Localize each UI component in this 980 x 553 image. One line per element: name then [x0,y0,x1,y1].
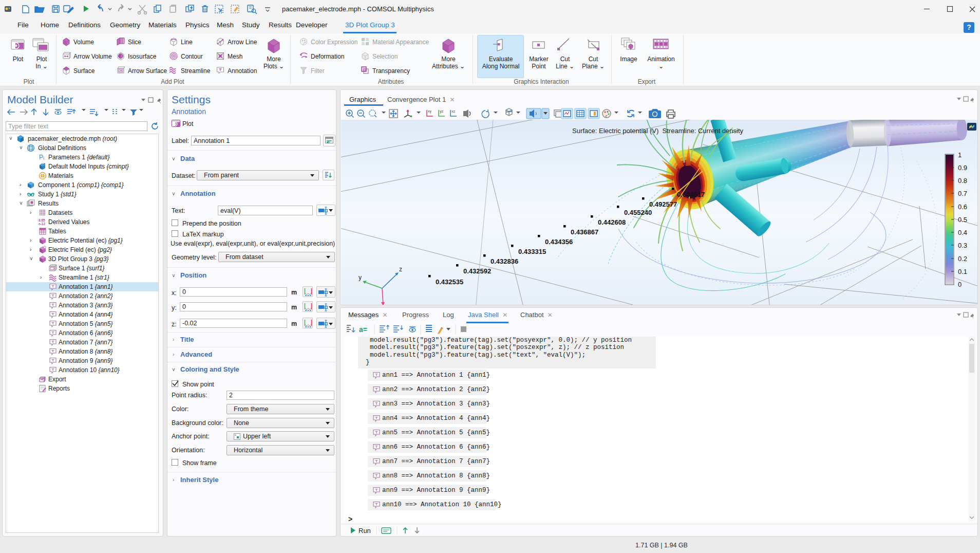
svg-text:0.3: 0.3 [958,242,967,249]
svg-text:0.432836: 0.432836 [491,257,518,265]
svg-text:0.442608: 0.442608 [598,218,626,226]
svg-text:0.492577: 0.492577 [649,200,677,208]
svg-text:0.7: 0.7 [958,190,967,197]
svg-text:0.1: 0.1 [958,268,967,275]
svg-text:0.455240: 0.455240 [624,209,652,216]
svg-text:xz: xz [451,109,456,113]
svg-text:0: 0 [958,281,962,288]
svg-text:0.433315: 0.433315 [518,248,546,255]
svg-text:0.644517: 0.644517 [677,191,705,198]
svg-text:Run: Run [359,527,371,534]
svg-text:xy: xy [428,109,432,114]
svg-text:0.6: 0.6 [958,203,967,211]
svg-text:0.8: 0.8 [958,177,967,185]
svg-text:0.9: 0.9 [958,164,967,172]
svg-text:0.2: 0.2 [958,255,967,263]
svg-text:pacemaker_electrode.mph - COMS: pacemaker_electrode.mph - COMSOL Multiph… [282,5,434,13]
svg-text:1: 1 [958,151,962,159]
svg-text:y: y [359,274,362,281]
svg-text:0.432592: 0.432592 [463,267,491,275]
svg-text:0.434356: 0.434356 [545,238,573,246]
svg-text:0.4: 0.4 [958,229,967,236]
svg-text:Surface: Electric potential (V: Surface: Electric potential (V) Streamli… [572,127,744,135]
svg-text:yz: yz [440,109,444,114]
svg-text:0.5: 0.5 [958,216,967,224]
svg-text:a=: a= [359,325,367,334]
svg-text:0.432535: 0.432535 [436,278,463,286]
svg-text:0.436867: 0.436867 [571,228,598,236]
svg-text:z: z [399,266,402,273]
